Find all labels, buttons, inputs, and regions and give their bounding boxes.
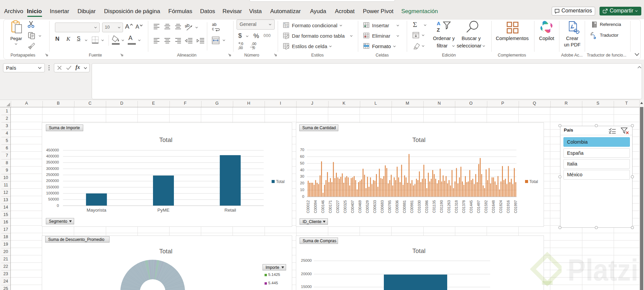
svg-text:C00981: C00981 — [410, 200, 414, 213]
svg-text:C01030: C01030 — [417, 200, 421, 213]
svg-text:Platzi: Platzi — [568, 253, 638, 287]
svg-text:300000: 300000 — [46, 167, 59, 171]
svg-text:C00683: C00683 — [380, 200, 384, 213]
svg-text:C01445: C01445 — [469, 200, 473, 213]
svg-text:30: 30 — [300, 174, 304, 178]
svg-text:Retail: Retail — [224, 208, 236, 213]
svg-text:50: 50 — [300, 161, 304, 165]
svg-text:,00: ,00 — [238, 46, 243, 50]
svg-text:60: 60 — [300, 154, 304, 158]
svg-text:400000: 400000 — [46, 154, 59, 158]
svg-text:Mayorista: Mayorista — [87, 208, 106, 213]
svg-text:ab: ab — [212, 22, 217, 27]
svg-text:20: 20 — [300, 181, 304, 185]
svg-text:15000: 15000 — [301, 285, 312, 289]
svg-text:C00012: C00012 — [306, 200, 310, 213]
svg-text:C00146: C00146 — [321, 200, 325, 213]
svg-text:Total: Total — [276, 179, 284, 184]
svg-text:C01190: C01190 — [439, 200, 443, 213]
svg-text:C00633: C00633 — [373, 200, 377, 213]
svg-text:70: 70 — [300, 148, 304, 152]
svg-text:10: 10 — [300, 188, 304, 192]
svg-text:C01592: C01592 — [484, 200, 488, 213]
svg-text:Z: Z — [437, 27, 440, 33]
svg-text:C00881: C00881 — [402, 200, 406, 213]
svg-text:C01378: C01378 — [462, 200, 466, 213]
svg-text:C00836: C00836 — [395, 200, 399, 213]
svg-text:PyME: PyME — [157, 208, 170, 213]
svg-text:C01318: C01318 — [454, 200, 458, 213]
svg-text:C01648: C01648 — [491, 200, 495, 213]
svg-text:C01135: C01135 — [432, 200, 436, 213]
svg-text:c: c — [212, 27, 214, 31]
svg-text:C01916: C01916 — [506, 200, 510, 213]
svg-text:100000: 100000 — [46, 191, 59, 195]
svg-text:C00469: C00469 — [358, 200, 362, 213]
svg-text:C01086: C01086 — [425, 200, 429, 213]
svg-text:C00171: C00171 — [328, 200, 332, 213]
svg-text:C00325: C00325 — [343, 200, 347, 213]
svg-text:,00: ,00 — [251, 42, 256, 46]
svg-text:200000: 200000 — [46, 179, 59, 183]
svg-text:C01263: C01263 — [447, 200, 451, 213]
svg-text:,0: ,0 — [240, 42, 243, 46]
svg-text:250000: 250000 — [46, 173, 59, 177]
svg-text:Total: Total — [529, 179, 538, 184]
svg-text:C01997: C01997 — [514, 200, 518, 213]
svg-text:C00407: C00407 — [350, 200, 355, 213]
svg-text:C00227: C00227 — [336, 200, 340, 213]
svg-text:20000: 20000 — [301, 272, 312, 276]
svg-text:25000: 25000 — [301, 258, 312, 262]
svg-text:0: 0 — [302, 194, 304, 198]
svg-text:C01497: C01497 — [477, 200, 481, 213]
svg-text:C01824: C01824 — [499, 200, 503, 213]
svg-text:A: A — [437, 21, 440, 26]
svg-text:350000: 350000 — [46, 160, 59, 164]
svg-text:C00094: C00094 — [313, 200, 317, 213]
svg-text:150000: 150000 — [46, 185, 59, 189]
svg-text:C00529: C00529 — [365, 200, 369, 213]
svg-text:0: 0 — [57, 204, 59, 208]
svg-text:50000: 50000 — [48, 197, 59, 201]
svg-text:450000: 450000 — [46, 148, 59, 152]
svg-text:C00785: C00785 — [388, 200, 392, 213]
svg-text:40: 40 — [300, 168, 304, 172]
